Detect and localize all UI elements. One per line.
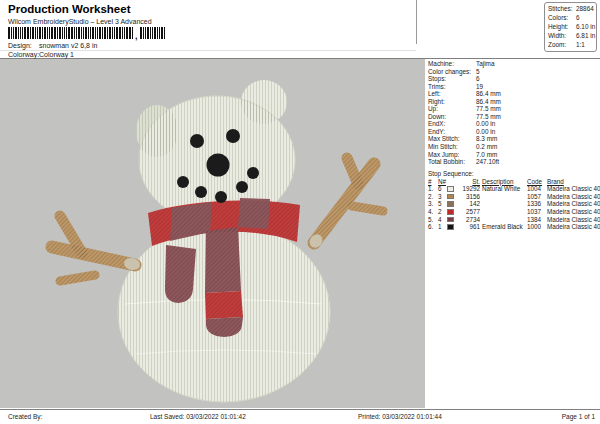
machine-info-row-label: EndY: — [428, 128, 476, 136]
machine-info-row-value: 0.00 in — [476, 128, 495, 136]
thread-brand: Madeira Classic 40 — [547, 208, 600, 216]
thread-code: 1057 — [527, 193, 545, 201]
summary-row-value: 6 — [576, 14, 580, 23]
stop-sequence-row: 2.331561057Madeira Classic 40 — [425, 193, 600, 201]
machine-info-row-value: 86.4 mm — [476, 98, 501, 106]
thread-color-swatch — [447, 209, 454, 215]
barcode-bar — [66, 27, 67, 39]
barcode-bar — [90, 27, 91, 39]
barcode-bar — [99, 27, 101, 39]
barcode-bar — [54, 27, 56, 39]
barcode-bar — [32, 27, 34, 39]
barcode-bar — [49, 27, 50, 39]
summary-row-value: 1:1 — [576, 41, 585, 50]
software-subtitle: Wilcom EmbroideryStudio – Level 3 Advanc… — [8, 18, 152, 25]
barcode-bar — [145, 27, 146, 39]
machine-info-row-value: 5 — [476, 68, 480, 76]
right-eye — [226, 129, 240, 143]
needle-number: 4 — [438, 216, 445, 224]
column-header: Description — [482, 178, 525, 186]
barcode-bar — [88, 27, 89, 39]
page-title: Production Worksheet — [8, 3, 130, 15]
barcode-bar — [119, 27, 121, 39]
machine-info-list: Machine:TajimaColor changes:5Stops:6Trim… — [425, 59, 600, 166]
header-cell-divider — [416, 0, 417, 44]
thread-color-swatch — [447, 186, 454, 192]
column-header: # — [428, 178, 436, 186]
barcode-bar — [147, 27, 149, 39]
barcode-bar — [11, 27, 12, 39]
summary-row-value: 6.10 in — [576, 23, 595, 32]
barcode-bar — [68, 27, 70, 39]
barcode-bar — [27, 27, 29, 39]
machine-info-row-value: 0.2 mm — [476, 143, 497, 151]
barcode-bar — [122, 27, 123, 39]
machine-info-row: Stops:6 — [428, 75, 600, 83]
summary-row: Stitches:28864 — [548, 5, 596, 14]
summary-row-value: 28864 — [576, 5, 594, 14]
thread-color-swatch — [447, 217, 454, 223]
summary-row: Height:6.10 in — [548, 23, 596, 32]
machine-info-row: Max Jump:7.0 mm — [428, 151, 600, 159]
thread-code: 1384 — [527, 216, 545, 224]
machine-info-row: Trims:19 — [428, 83, 600, 91]
machine-info-row: EndX:0.00 in — [428, 120, 600, 128]
barcode-bar — [116, 27, 118, 39]
barcode-bar — [97, 27, 98, 39]
column-header: N# — [438, 178, 445, 186]
machine-info-row: Min Stitch:0.2 mm — [428, 143, 600, 151]
needle-number: 2 — [438, 208, 445, 216]
machine-info-row-label: Max Stitch: — [428, 135, 476, 143]
production-worksheet-page: Production Worksheet Wilcom EmbroiderySt… — [0, 0, 600, 424]
machine-info-row: Right:86.4 mm — [428, 98, 600, 106]
barcode-bar — [57, 27, 58, 39]
stitch-count: 19292 — [459, 185, 480, 193]
barcode-bar — [18, 27, 19, 39]
barcode-bar — [71, 27, 73, 39]
worksheet-footer: Created By: Last Saved: 03/03/2022 01:01… — [0, 409, 600, 424]
barcode-bar — [24, 27, 26, 39]
thread-description: Emerald Black — [482, 223, 525, 231]
summary-row-value: 6.81 in — [576, 32, 595, 41]
thread-color-swatch — [447, 224, 454, 230]
barcode-bar — [107, 27, 108, 39]
thread-description: Natural White — [482, 185, 525, 193]
barcode-bar — [104, 27, 106, 39]
summary-row-label: Colors: — [548, 14, 576, 23]
colorway-value: Colorway 1 — [39, 51, 74, 58]
design-row: Design: snowman v2 6,8 in — [8, 42, 97, 49]
machine-info-row-value: 7.0 mm — [476, 151, 497, 159]
thread-code: 1000 — [527, 223, 545, 231]
smile-dot — [215, 191, 227, 203]
summary-row: Colors:6 — [548, 14, 596, 23]
barcode-bar — [76, 27, 77, 39]
stop-table-header: #N#St.DescriptionCodeBrand — [425, 178, 600, 186]
barcode-bar — [164, 27, 165, 39]
stop-sequence-row: 5.427341384Madeira Classic 40 — [425, 216, 600, 224]
left-eye — [190, 134, 204, 148]
barcode-bar — [15, 27, 17, 39]
machine-info-row-label: Machine: — [428, 60, 476, 68]
needle-number: 5 — [438, 200, 445, 208]
thread-code: 1004 — [527, 185, 545, 193]
barcode-bar — [47, 27, 48, 39]
barcode-bar — [22, 27, 23, 39]
stop-sequence-row: 4.225771037Madeira Classic 40 — [425, 208, 600, 216]
design-summary-box: Stitches:28864Colors:6Height:6.10 inWidt… — [544, 2, 597, 52]
machine-info-row-value: 86.4 mm — [476, 90, 501, 98]
design-label: Design: — [8, 42, 39, 49]
stop-sequence-row: 6.1961Emerald Black1000Madeira Classic 4… — [425, 223, 600, 231]
barcode-bar — [124, 27, 125, 39]
page-number: Page 1 of 1 — [562, 413, 595, 420]
stop-number: 3. — [428, 200, 436, 208]
barcode-bar — [64, 27, 65, 39]
barcode-bar — [20, 27, 21, 39]
stop-sequence-row: 1.619292Natural White1004Madeira Classic… — [425, 185, 600, 193]
needle-number: 1 — [438, 223, 445, 231]
machine-info-row-value: 247.10ft — [476, 158, 499, 166]
barcode-bar — [95, 27, 96, 39]
design-canvas — [0, 59, 425, 408]
machine-info-row-value: 0.00 in — [476, 120, 495, 128]
summary-row-label: Height: — [548, 23, 576, 32]
smile-dot — [177, 176, 189, 188]
